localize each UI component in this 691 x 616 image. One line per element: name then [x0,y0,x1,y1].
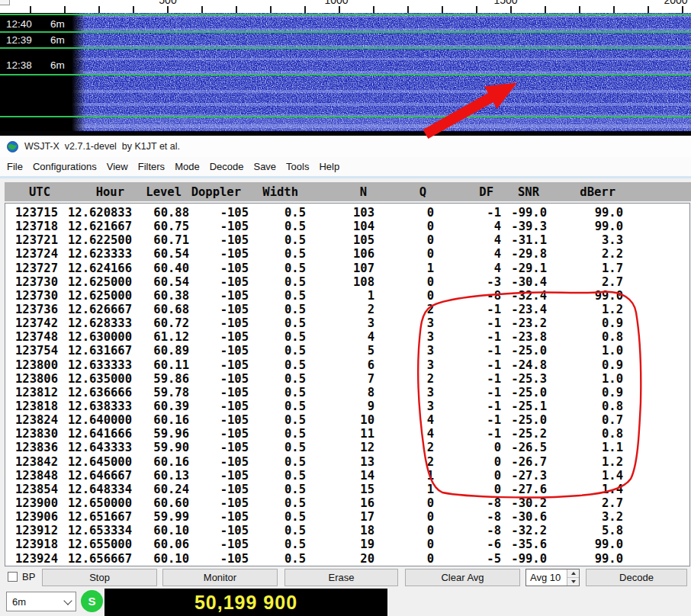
table-row[interactable]: 12380012.63333360.11-1050.563-1-24.80.9 [5,358,689,372]
erase-button[interactable]: Erase [284,569,398,586]
cell-utc: 123721 [5,233,58,247]
menu-item-tools[interactable]: Tools [286,161,309,172]
cell-level: 60.16 [132,413,189,427]
menu-bar: FileConfigurationsViewFiltersModeDecodeS… [0,157,691,176]
bp-checkbox[interactable] [8,572,18,582]
table-row[interactable]: 12373012.62500060.54-1050.51080-3-30.42.… [5,275,689,289]
cell-q: 2 [374,303,434,316]
table-body[interactable]: 12371512.62083360.88-1050.51030-1-99.099… [5,203,690,566]
menu-item-decode[interactable]: Decode [210,161,244,172]
cell-width: 0.5 [249,275,306,289]
table-row[interactable]: 12381812.63833360.39-1050.593-1-25.10.8 [5,399,689,413]
waterfall-time-label: 12:38 [6,59,32,71]
cell-snr: -26.7 [501,455,547,469]
table-row[interactable]: 12385412.64833460.24-1050.51510-27.61.4 [5,483,689,496]
table-row[interactable]: 12391812.65500060.06-1050.5190-6-35.699.… [5,537,689,551]
cell-snr: -23.4 [501,303,547,316]
table-header: UTCHourLevelDopplerWidthNQDFSNRdBerr [5,182,691,201]
table-row[interactable]: 12382412.64000060.16-1050.5104-1-25.00.7 [5,413,689,427]
table-row[interactable]: 12380612.63500059.86-1050.572-1-25.31.0 [5,372,689,386]
cell-df: -8 [434,289,501,303]
cell-dberr: 1.2 [547,455,623,469]
stop-button[interactable]: Stop [42,569,157,586]
table-row[interactable]: 12381212.63666659.78-1050.583-1-25.00.9 [5,386,689,399]
waterfall-band-label: 6m [50,59,65,71]
table-row[interactable]: 12390612.65166759.99-1050.5170-8-30.63.2 [5,510,689,524]
table-row[interactable]: 12371512.62083360.88-1050.51030-1-99.099… [5,206,689,220]
table-row[interactable]: 12375412.63166760.89-1050.553-1-25.01.0 [5,344,689,358]
menu-item-view[interactable]: View [107,161,128,172]
table-row[interactable]: 12374812.63000061.12-1050.543-1-23.80.8 [5,330,689,344]
cell-n: 11 [306,427,374,441]
cell-width: 0.5 [249,441,306,454]
cell-width: 0.5 [249,386,306,399]
table-row[interactable]: 12373012.62500060.38-1050.510-8-32.499.0 [5,289,689,303]
table-row[interactable]: 12372712.62416660.40-1050.510714-29.11.7 [5,261,689,275]
avg-spinner[interactable]: Avg 10 [525,569,580,586]
cell-q: 4 [374,427,434,441]
cell-df: -6 [434,537,501,551]
spinner-down-icon[interactable] [567,578,579,586]
cell-hour: 12.633333 [58,358,132,372]
app-globe-icon [7,141,18,152]
cell-utc: 123800 [5,358,58,372]
table-row[interactable]: 12384212.64500060.16-1050.51320-26.71.2 [5,455,689,469]
waterfall-scale: 500100015002000 [0,0,691,13]
cell-dberr: 99.0 [547,206,623,220]
table-row[interactable]: 12371812.62166760.75-1050.510404-39.399.… [5,220,689,233]
cell-hour: 12.636666 [58,386,132,399]
cell-dberr: 2.7 [547,496,623,510]
table-row[interactable]: 12391212.65333460.10-1050.5180-8-32.25.8 [5,524,689,537]
monitor-button[interactable]: Monitor [162,569,278,586]
cell-q: 4 [374,413,434,427]
spinner-up-icon[interactable] [567,569,579,578]
cell-df: -1 [434,399,501,413]
cell-level: 59.86 [132,372,189,386]
cell-dberr: 99.0 [547,537,623,551]
waterfall-display[interactable]: 12:406m12:396m12:386m [0,13,691,136]
table-row[interactable]: 12374212.62833360.72-1050.533-1-23.20.9 [5,316,689,330]
cell-q: 2 [374,455,434,469]
window-title: WSJT-X v2.7.1-devel by K1JT et al. [24,141,180,152]
cell-q: 0 [374,510,434,524]
cell-n: 9 [306,399,374,413]
frequency-value: 50,199 900 [194,592,297,614]
table-row[interactable]: 12373612.62666760.68-1050.522-1-23.41.2 [5,303,689,316]
menu-item-configurations[interactable]: Configurations [33,161,97,172]
table-row[interactable]: 12390012.65000060.60-1050.5160-8-30.22.7 [5,496,689,510]
menu-item-help[interactable]: Help [319,161,339,172]
cell-dberr: 3.3 [547,233,623,247]
cell-hour: 12.620833 [58,206,132,220]
table-row[interactable]: 12384812.64666760.13-1050.51410-27.31.4 [5,469,689,483]
cell-utc: 123848 [5,469,58,483]
cell-n: 105 [306,233,374,247]
table-row[interactable]: 12392412.65666760.10-1050.5200-5-99.099.… [5,552,689,566]
header-cell-n: N [306,185,374,199]
cell-utc: 123824 [5,413,58,427]
menu-item-save[interactable]: Save [253,161,276,172]
cell-q: 0 [374,206,434,220]
cell-hour: 12.628333 [58,316,132,330]
cell-width: 0.5 [249,537,306,551]
menu-item-filters[interactable]: Filters [138,161,165,172]
cell-n: 104 [306,220,374,233]
table-row[interactable]: 12383012.64166659.96-1050.5114-1-25.20.8 [5,427,689,441]
cell-doppler: -105 [189,330,249,344]
cell-q: 0 [374,289,434,303]
table-row[interactable]: 12383612.64333359.90-1050.51220-26.51.1 [5,441,689,454]
table-row[interactable]: 12372112.62250060.71-1050.510504-31.13.3 [5,233,689,247]
table-row[interactable]: 12372412.62333360.54-1050.510604-29.82.2 [5,247,689,261]
cell-width: 0.5 [249,261,306,275]
decode-button[interactable]: Decode [586,569,687,586]
cell-hour: 12.635000 [58,372,132,386]
cell-q: 2 [374,441,434,454]
cell-doppler: -105 [189,496,249,510]
clear-avg-button[interactable]: Clear Avg [405,569,520,586]
cell-utc: 123842 [5,455,58,469]
cell-doppler: -105 [189,386,249,399]
cell-doppler: -105 [189,303,249,316]
status-s-button[interactable]: S [81,590,103,612]
menu-item-file[interactable]: File [7,161,23,172]
cell-snr: -35.6 [501,537,547,551]
menu-item-mode[interactable]: Mode [175,161,200,172]
